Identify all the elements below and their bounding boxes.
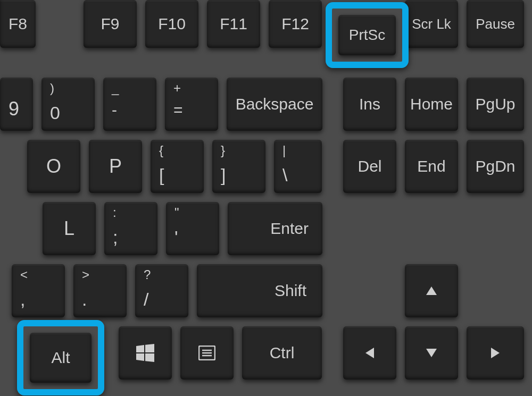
key-windows[interactable] bbox=[119, 326, 172, 380]
key-label: [ bbox=[159, 165, 164, 186]
arrow-right-icon bbox=[491, 348, 500, 358]
key-menu[interactable] bbox=[180, 326, 234, 380]
key-label: Scr Lk bbox=[412, 16, 451, 32]
key-equals[interactable]: + = bbox=[165, 78, 218, 131]
key-f10[interactable]: F10 bbox=[145, 0, 198, 48]
key-label: ] bbox=[221, 165, 226, 186]
key-minus[interactable]: _ - bbox=[103, 78, 156, 131]
key-label: - bbox=[112, 101, 117, 119]
key-shift-label: > bbox=[82, 267, 89, 282]
windows-icon bbox=[136, 344, 154, 362]
key-label: O bbox=[46, 155, 61, 178]
key-backspace[interactable]: Backspace bbox=[227, 78, 322, 131]
key-semicolon[interactable]: : ; bbox=[104, 202, 157, 255]
key-label: Shift bbox=[275, 282, 306, 300]
key-shift-label: : bbox=[113, 205, 117, 220]
key-label: End bbox=[417, 157, 445, 175]
key-label: \ bbox=[282, 165, 287, 186]
key-enter[interactable]: Enter bbox=[228, 202, 322, 255]
key-shift-label: ) bbox=[50, 81, 54, 96]
key-home[interactable]: Home bbox=[405, 78, 458, 131]
key-label: PrtSc bbox=[349, 27, 385, 44]
key-label: / bbox=[144, 289, 148, 310]
key-label: Enter bbox=[270, 220, 309, 238]
key-label: F9 bbox=[101, 15, 119, 33]
key-pgup[interactable]: PgUp bbox=[467, 78, 524, 131]
key-label: F12 bbox=[281, 15, 309, 33]
key-f9[interactable]: F9 bbox=[84, 0, 137, 48]
key-period[interactable]: > . bbox=[73, 264, 127, 317]
key-backslash[interactable]: | \ bbox=[274, 140, 322, 193]
svg-marker-0 bbox=[136, 345, 144, 352]
key-f8[interactable]: F8 bbox=[0, 0, 36, 48]
menu-icon bbox=[198, 346, 215, 360]
key-P[interactable]: P bbox=[89, 140, 142, 193]
key-del[interactable]: Del bbox=[343, 140, 396, 193]
key-shift-label: | bbox=[282, 143, 286, 158]
key-label: 9 bbox=[9, 98, 19, 120]
key-left-bracket[interactable]: { [ bbox=[151, 140, 204, 193]
key-arrow-right[interactable] bbox=[467, 326, 524, 380]
key-label: Ctrl bbox=[270, 344, 295, 362]
key-alt[interactable]: Alt bbox=[30, 333, 92, 383]
key-quote[interactable]: " ' bbox=[166, 202, 219, 255]
arrow-up-icon bbox=[426, 287, 437, 295]
key-label: ; bbox=[113, 227, 118, 248]
key-shift-label: + bbox=[173, 81, 181, 96]
key-label: PgDn bbox=[475, 157, 515, 175]
key-label: Alt bbox=[51, 349, 70, 367]
key-label: 0 bbox=[50, 103, 60, 123]
key-O[interactable]: O bbox=[27, 140, 80, 193]
svg-marker-1 bbox=[145, 344, 154, 352]
key-label: L bbox=[64, 217, 74, 240]
svg-marker-2 bbox=[136, 353, 144, 361]
svg-marker-3 bbox=[145, 353, 154, 362]
key-f12[interactable]: F12 bbox=[269, 0, 322, 48]
key-shift-label: { bbox=[159, 143, 163, 158]
key-scrlk[interactable]: Scr Lk bbox=[405, 0, 458, 48]
key-label: F8 bbox=[9, 15, 27, 33]
key-shift-label: < bbox=[20, 267, 28, 282]
key-label: P bbox=[109, 155, 122, 178]
arrow-left-icon bbox=[365, 348, 374, 358]
key-arrow-left[interactable] bbox=[343, 326, 396, 380]
key-right-bracket[interactable]: } ] bbox=[212, 140, 265, 193]
key-shift[interactable]: Shift bbox=[197, 264, 322, 317]
key-shift-label: ? bbox=[144, 267, 151, 282]
key-shift-label: _ bbox=[112, 81, 119, 96]
key-ctrl[interactable]: Ctrl bbox=[242, 326, 322, 380]
key-label: PgUp bbox=[475, 95, 515, 113]
key-label: Del bbox=[358, 157, 381, 175]
key-pause[interactable]: Pause bbox=[467, 0, 524, 48]
key-pgdn[interactable]: PgDn bbox=[467, 140, 524, 193]
key-label: = bbox=[173, 101, 183, 119]
key-arrow-up[interactable] bbox=[405, 264, 458, 317]
key-label: Backspace bbox=[236, 95, 314, 113]
key-f11[interactable]: F11 bbox=[207, 0, 260, 48]
key-label: F11 bbox=[220, 15, 247, 33]
key-ins[interactable]: Ins bbox=[343, 78, 396, 131]
key-label: , bbox=[20, 289, 25, 310]
key-label: ' bbox=[174, 227, 178, 248]
key-label: Pause bbox=[476, 16, 515, 32]
arrow-down-icon bbox=[426, 349, 437, 357]
key-L[interactable]: L bbox=[43, 202, 96, 255]
key-comma[interactable]: < , bbox=[12, 264, 65, 317]
key-label: . bbox=[82, 289, 87, 310]
key-shift-label: " bbox=[174, 205, 179, 220]
key-label: Home bbox=[410, 95, 453, 113]
key-prtsc[interactable]: PrtSc bbox=[338, 15, 396, 55]
key-arrow-down[interactable] bbox=[405, 326, 458, 380]
key-label: F10 bbox=[158, 15, 186, 33]
key-0[interactable]: ) 0 bbox=[41, 78, 95, 131]
key-shift-label: } bbox=[221, 143, 225, 158]
key-slash[interactable]: ? / bbox=[135, 264, 188, 317]
key-9[interactable]: 9 bbox=[0, 78, 33, 131]
key-label: Ins bbox=[359, 95, 380, 113]
key-end[interactable]: End bbox=[405, 140, 458, 193]
